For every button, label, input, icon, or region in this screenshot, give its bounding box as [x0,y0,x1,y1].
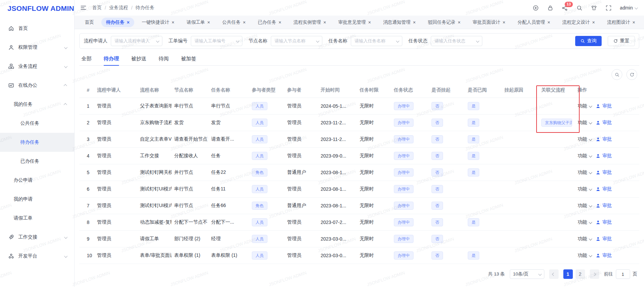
page-size-select[interactable]: 10条/页 [510,269,544,279]
reset-button[interactable]: 重置 [608,36,635,46]
sidebar-item-todo-tasks[interactable]: 待办任务 [0,133,74,152]
goto-page-input[interactable] [616,269,630,279]
row-approve-button[interactable]: 审批 [596,120,612,126]
close-icon[interactable]: × [458,20,461,25]
page-button-1[interactable]: 1 [563,269,573,279]
subtab-todo[interactable]: 待办理 [104,52,119,65]
filter-select-process-applicant[interactable]: 请输入流程申请人 [111,36,162,46]
cell-process-name: 测试钉钉UI模式 [137,181,172,198]
tab-process-instance-mgmt[interactable]: 流程实例管理 × [289,18,331,27]
filter-select-task-name[interactable]: 请输入任务名称 [351,36,402,46]
tab-approval-page-design[interactable]: 审批页面设计 × [468,18,510,27]
tab-todo-tasks[interactable]: 待办任务 × [101,18,134,27]
row-more-button[interactable]: 功能 [578,186,591,192]
close-icon[interactable]: × [127,20,129,25]
tab-process-diagram-design-2[interactable]: 流程图设计 × [643,18,644,27]
row-approve-button[interactable]: 审批 [596,136,612,142]
lock-icon[interactable] [547,5,554,11]
breadcrumb-item-home[interactable]: 首页 [92,5,102,11]
row-more-button[interactable]: 功能 [578,236,591,242]
filter-select-ticket-no[interactable]: 请输入工单编号 [191,36,242,46]
sidebar-item-public-tasks[interactable]: 公共任务 [0,114,74,133]
next-page-button[interactable] [590,269,599,279]
tab-reject-task-record[interactable]: 驳回任务记录 × [423,18,465,27]
tab-public-tasks[interactable]: 公共任务 × [218,18,250,27]
tab-leave-ticket[interactable]: 请假工单 × [182,18,215,27]
circle-plus-icon[interactable] [532,5,539,11]
close-icon[interactable]: × [368,20,371,25]
row-approve-button[interactable]: 审批 [596,186,612,192]
theme-icon[interactable] [591,5,597,11]
row-more-button[interactable]: 功能 [578,252,591,259]
tab-label: 一键快捷设计 [142,19,169,25]
row-approve-button[interactable]: 审批 [596,219,612,225]
share-icon[interactable]: 13 [562,5,568,11]
parent-flow-link[interactable]: 京东购物父子流 [541,119,572,127]
row-more-button[interactable]: 功能 [578,203,591,209]
table-search-button[interactable] [611,69,622,80]
subtab-all[interactable]: 全部 [81,52,92,65]
filter-select-task-status[interactable]: 请输入任务状态 [431,36,482,46]
task-table: # 流程申请人 流程名称 节点名称 任务名称 参与者类型 参与者 开始时间 任务… [79,83,639,264]
subtab-added-sign[interactable]: 被加签 [181,52,196,65]
close-icon[interactable]: × [279,20,281,25]
sidebar-item-leave-ticket[interactable]: 请假工单 [0,209,74,228]
row-more-button[interactable]: 功能 [578,120,591,126]
row-approve-button[interactable]: 审批 [596,153,612,159]
sidebar-item-office-apply[interactable]: 办公申请 [0,171,74,190]
page-button-2[interactable]: 2 [576,269,585,279]
filter-select-node-name[interactable]: 请输入节点名称 [271,36,322,46]
cell-parent-flow [539,164,575,181]
sidebar-collapse-icon[interactable] [80,4,87,11]
tab-label: 流程实例管理 [294,19,321,25]
close-icon[interactable]: × [592,20,595,25]
close-icon[interactable]: × [323,20,326,25]
tab-message-notify-mgmt[interactable]: 消息通知管理 × [378,18,420,27]
row-approve-button[interactable]: 审批 [596,236,612,242]
row-approve-button[interactable]: 审批 [596,103,612,109]
tab-process-def-design[interactable]: 流程定义设计 × [558,18,600,27]
row-approve-button[interactable]: 审批 [596,169,612,176]
cell-task-status: 办理中 [391,214,429,231]
row-more-button[interactable]: 功能 [578,169,591,176]
user-menu[interactable]: admin [620,5,637,11]
sidebar-item-my-apply[interactable]: 我的申请 [0,190,74,209]
subtab-cc[interactable]: 被抄送 [131,52,146,65]
close-icon[interactable]: × [243,20,246,25]
tab-home[interactable]: 首页 [80,18,99,27]
chevron-down-icon [64,64,67,68]
table-refresh-button[interactable] [626,69,637,80]
sidebar-item-permission-mgmt[interactable]: 权限管理 [0,38,74,57]
sidebar-item-dev-platform[interactable]: 开发平台 [0,247,74,266]
sidebar-item-work-handover[interactable]: 工作交接 [0,228,74,247]
row-more-button[interactable]: 功能 [578,153,591,159]
row-approve-button[interactable]: 审批 [596,203,612,209]
prev-page-button[interactable] [549,269,559,279]
tab-assign-person-mgmt[interactable]: 分配人员管理 × [513,18,555,27]
row-approve-button[interactable]: 审批 [596,252,612,259]
sidebar-item-business-process[interactable]: 业务流程 [0,57,74,76]
close-icon[interactable]: × [413,20,416,25]
sidebar-item-online-office[interactable]: 在线办公 [0,76,74,95]
subtab-to-read[interactable]: 待阅 [159,52,169,65]
tab-approval-opinion-mgmt[interactable]: 审批意见管理 × [334,18,376,27]
close-icon[interactable]: × [547,20,550,25]
tab-done-tasks[interactable]: 已办任务 × [253,18,286,27]
row-more-button[interactable]: 功能 [578,103,591,109]
search-icon[interactable] [576,5,583,11]
fullscreen-icon[interactable] [605,5,612,11]
close-icon[interactable]: × [503,20,505,25]
close-icon[interactable]: × [172,20,174,25]
search-button[interactable]: 查询 [575,36,602,46]
sidebar-item-my-tasks[interactable]: 我的任务 [0,95,74,114]
close-icon[interactable]: × [207,20,210,25]
row-more-button[interactable]: 功能 [578,219,591,225]
breadcrumb-item-business-process[interactable]: 业务流程 [109,5,128,11]
close-icon[interactable]: × [632,20,635,25]
tab-process-diagram-design[interactable]: 流程图设计 × [602,18,640,27]
sidebar-item-done-tasks[interactable]: 已办任务 [0,152,74,171]
cell-participant-type: 人员 [249,131,284,148]
tab-quick-design[interactable]: 一键快捷设计 × [137,18,179,27]
sidebar-item-home[interactable]: 首页 [0,19,74,38]
row-more-button[interactable]: 功能 [578,136,591,142]
